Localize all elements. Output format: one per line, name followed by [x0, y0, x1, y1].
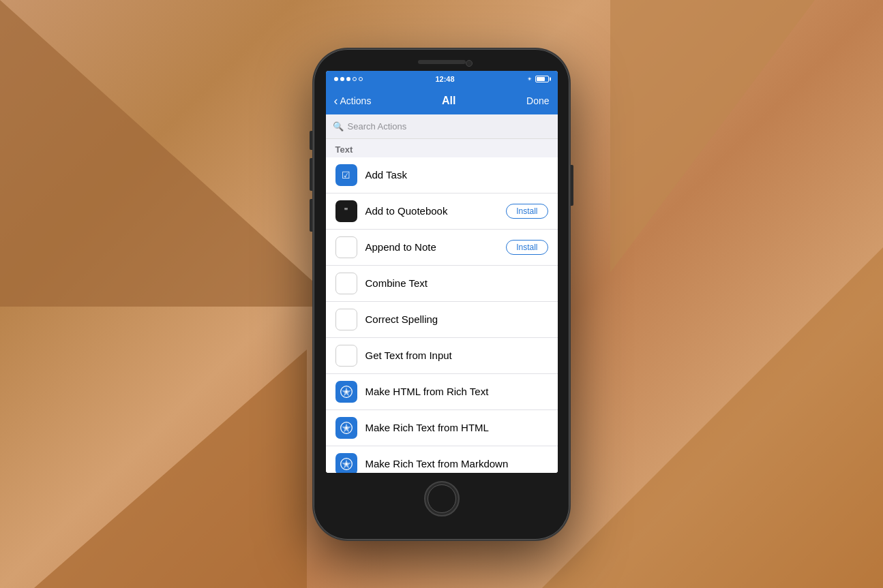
signal-dot-4 — [353, 77, 357, 81]
section-header-text: Text — [326, 139, 558, 157]
list-item[interactable]: Make Rich Text from Markdown — [326, 446, 558, 473]
append-note-icon — [335, 236, 357, 258]
signal-dot-2 — [340, 77, 344, 81]
add-task-icon: ☑ — [335, 164, 357, 186]
svg-point-5 — [345, 427, 347, 429]
speaker-slot — [418, 60, 466, 64]
signal-dot-5 — [359, 77, 363, 81]
svg-point-8 — [345, 463, 347, 465]
append-note-label: Append to Note — [365, 241, 507, 253]
status-time: 12:48 — [435, 75, 454, 83]
correct-spelling-icon — [335, 309, 357, 330]
home-button-inner — [428, 484, 456, 513]
search-input[interactable]: Search Actions — [348, 121, 407, 131]
triangle-decoration-right — [542, 247, 883, 588]
make-rich-markdown-icon — [335, 453, 357, 473]
status-icons: ✴ — [527, 76, 549, 82]
bluetooth-icon: ✴ — [527, 76, 533, 82]
svg-point-2 — [345, 390, 347, 392]
search-icon: 🔍 — [333, 121, 344, 131]
battery-fill — [537, 77, 544, 81]
volume-down-button — [310, 199, 312, 232]
signal-dots — [334, 77, 363, 81]
add-task-label: Add Task — [365, 169, 548, 181]
list-item[interactable]: Make Rich Text from HTML — [326, 410, 558, 446]
phone-device: 12:48 ✴ ‹ Actions All Done 🔍 Search Acti… — [314, 49, 569, 540]
triangle-decoration-top-right — [610, 0, 815, 273]
list-item[interactable]: ☑ Add Task — [326, 157, 558, 194]
front-camera — [466, 60, 473, 67]
volume-up-button — [310, 158, 312, 191]
back-button[interactable]: ‹ Actions — [334, 95, 372, 107]
make-html-label: Make HTML from Rich Text — [365, 386, 548, 397]
get-text-label: Get Text from Input — [365, 350, 548, 361]
make-rich-markdown-label: Make Rich Text from Markdown — [365, 458, 548, 469]
list-item[interactable]: Append to Note Install — [326, 230, 558, 266]
make-html-icon — [335, 381, 357, 403]
done-button[interactable]: Done — [526, 95, 549, 106]
make-rich-html-icon — [335, 417, 357, 439]
mute-button — [310, 131, 312, 150]
status-bar: 12:48 ✴ — [326, 71, 558, 87]
nav-title: All — [442, 95, 455, 107]
list-item[interactable]: Make HTML from Rich Text — [326, 374, 558, 410]
make-rich-html-label: Make Rich Text from HTML — [365, 422, 548, 433]
install-append-button[interactable]: Install — [506, 240, 548, 255]
signal-dot-1 — [334, 77, 338, 81]
quotebook-icon: " — [335, 200, 357, 222]
correct-spelling-label: Correct Spelling — [365, 313, 548, 325]
install-quotebook-button[interactable]: Install — [506, 204, 548, 219]
triangle-decoration-left — [0, 0, 341, 307]
actions-list: ☑ Add Task " Add to Quotebook Install — [326, 157, 558, 473]
list-item[interactable]: Get Text from Input — [326, 338, 558, 374]
list-item[interactable]: Correct Spelling — [326, 302, 558, 338]
list-item[interactable]: Combine Text — [326, 266, 558, 302]
back-label: Actions — [340, 95, 372, 106]
combine-text-label: Combine Text — [365, 277, 548, 289]
battery-icon — [535, 76, 549, 82]
back-arrow-icon: ‹ — [334, 95, 338, 107]
add-quotebook-label: Add to Quotebook — [365, 205, 507, 217]
home-button[interactable] — [424, 481, 460, 516]
navigation-bar: ‹ Actions All Done — [326, 87, 558, 114]
triangle-decoration-bottom-left — [34, 350, 307, 588]
power-button — [571, 165, 573, 206]
phone-screen: 12:48 ✴ ‹ Actions All Done 🔍 Search Acti… — [326, 71, 558, 473]
get-text-icon — [335, 345, 357, 367]
combine-text-icon — [335, 273, 357, 294]
signal-dot-3 — [346, 77, 350, 81]
search-bar[interactable]: 🔍 Search Actions — [326, 114, 558, 139]
list-item[interactable]: " Add to Quotebook Install — [326, 194, 558, 230]
